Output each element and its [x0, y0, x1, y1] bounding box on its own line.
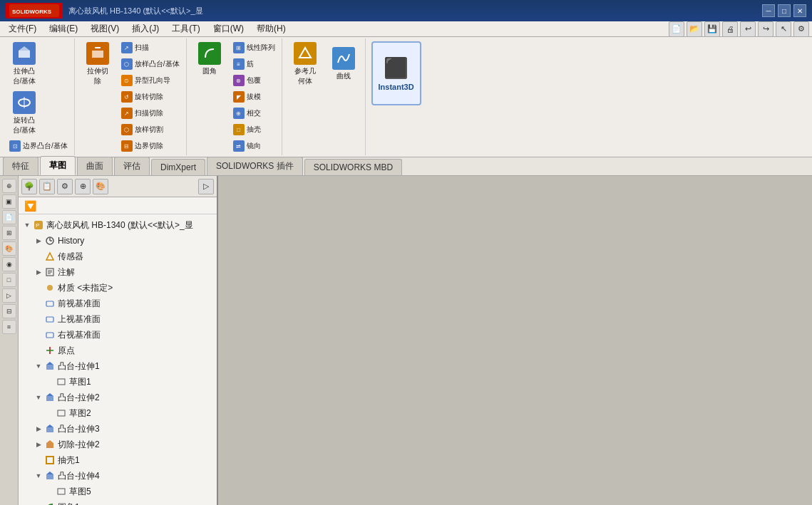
tree-root[interactable]: ▼ P 离心鼓风机 HB-1340 (默认<<默认>_显 — [19, 217, 217, 233]
menu-file[interactable]: 文件(F) — [3, 21, 42, 36]
left-icon-9[interactable]: ⊟ — [2, 304, 16, 318]
tree-item-boss-extrude3[interactable]: ▶ 凸台-拉伸3 — [19, 421, 217, 437]
minimize-button[interactable]: ─ — [762, 4, 775, 17]
filter-icon: 🔽 — [24, 200, 36, 212]
wrap-button[interactable]: ⊗ 包覆 — [230, 73, 279, 88]
draft-button[interactable]: ◤ 拔模 — [230, 89, 279, 105]
panel-btn-featuretree[interactable]: 🌳 — [21, 179, 37, 194]
intersect-button[interactable]: ⊕ 相交 — [230, 105, 279, 121]
cut-loft-button[interactable]: ⬡ 放样切割 — [118, 122, 183, 137]
left-icon-5[interactable]: 🎨 — [2, 241, 16, 256]
close-button[interactable]: ✕ — [793, 4, 806, 17]
boss-extrude2-label: 凸台-拉伸2 — [58, 392, 100, 404]
tree-item-sketch2[interactable]: 草图2 — [19, 405, 217, 421]
tree-item-fillet1[interactable]: 圆角1 — [19, 499, 217, 505]
tree-item-front-plane[interactable]: 前视基准面 — [19, 296, 217, 311]
boss-extrude3-expand-icon[interactable]: ▶ — [33, 423, 44, 434]
tab-sw-mbd[interactable]: SOLIDWORKS MBD — [304, 159, 402, 175]
menu-help[interactable]: 帮助(H) — [251, 21, 292, 36]
tab-sw-plugins[interactable]: SOLIDWORKS 插件 — [207, 157, 303, 175]
root-expand-icon[interactable]: ▼ — [21, 219, 33, 231]
left-icon-1[interactable]: ⊕ — [2, 179, 16, 193]
left-icon-4[interactable]: ⊞ — [2, 226, 16, 240]
tree-item-cut-extrude2[interactable]: ▶ 切除-拉伸2 — [19, 437, 217, 452]
left-icon-6[interactable]: ◉ — [2, 257, 16, 271]
tree-root-label: 离心鼓风机 HB-1340 (默认<<默认>_显 — [46, 219, 193, 231]
quick-options-button[interactable]: ⚙ — [793, 21, 809, 37]
panel-btn-expand[interactable]: ▷ — [198, 179, 214, 194]
tree-item-boss-extrude2[interactable]: ▼ 凸台-拉伸2 — [19, 390, 217, 405]
mirror-button[interactable]: ⇌ 镜向 — [230, 138, 279, 154]
quick-new-button[interactable]: 📄 — [669, 21, 684, 37]
quick-save-button[interactable]: 💾 — [704, 21, 720, 37]
loft-button[interactable]: ⬡ 放样凸台/基体 — [118, 56, 183, 72]
tree-item-boss-extrude1[interactable]: ▼ 凸台-拉伸1 — [19, 358, 217, 374]
revolve-button[interactable]: 旋转凸台/基体 — [6, 89, 43, 137]
tree-item-shell1[interactable]: 抽壳1 — [19, 452, 217, 468]
panel-btn-configmanager[interactable]: ⚙ — [57, 179, 73, 194]
panel-btn-display[interactable]: 🎨 — [93, 179, 108, 194]
panel-btn-dimxpert[interactable]: ⊕ — [75, 179, 91, 194]
quick-select-button[interactable]: ↖ — [776, 21, 791, 37]
tree-item-sensors[interactable]: 传感器 — [19, 249, 217, 264]
rib-button[interactable]: ≡ 筋 — [230, 56, 279, 72]
left-icons: ⊕ ▣ 📄 ⊞ 🎨 ◉ □ ▷ ⊟ ≡ — [0, 176, 19, 505]
top-plane-icon — [44, 313, 56, 325]
solidworks-logo: SOLIDWORKS — [6, 3, 63, 19]
cut-extrude-button[interactable]: 拉伸切除 — [79, 40, 116, 88]
shell-button[interactable]: □ 抽壳 — [230, 122, 279, 137]
quick-redo-button[interactable]: ↪ — [758, 21, 774, 37]
boundary-boss-label: 边界凸台/基体 — [23, 141, 68, 151]
fillet1-expand-icon — [33, 501, 44, 505]
instant3d-button[interactable]: ⬛ Instant3D — [371, 41, 421, 105]
menu-tools[interactable]: 工具(T) — [166, 21, 205, 36]
tab-surface[interactable]: 曲面 — [77, 157, 113, 175]
reference-geometry-button[interactable]: 参考几何体 — [287, 40, 324, 88]
tree-item-history[interactable]: ▶ History — [19, 233, 217, 249]
tree-item-boss-extrude4[interactable]: ▼ 凸台-拉伸4 — [19, 468, 217, 484]
quick-undo-button[interactable]: ↩ — [740, 21, 756, 37]
left-icon-8[interactable]: ▷ — [2, 288, 16, 303]
boundary-boss-button[interactable]: ⊡ 边界凸台/基体 — [6, 138, 71, 154]
tree-item-material[interactable]: 材质 <未指定> — [19, 280, 217, 296]
quick-print-button[interactable]: 🖨 — [722, 21, 738, 37]
fillet-button[interactable]: 圆角 — [191, 40, 228, 78]
tab-sketch[interactable]: 草图 — [40, 156, 76, 175]
left-icon-7[interactable]: □ — [2, 273, 16, 287]
tree-item-origin[interactable]: 原点 — [19, 343, 217, 358]
panel-btn-propertymanager[interactable]: 📋 — [39, 179, 55, 194]
window-title: 离心鼓风机 HB-1340 (默认<<默认>_显 — [68, 6, 762, 16]
cut-boundary-button[interactable]: ⊟ 边界切除 — [118, 138, 183, 154]
quick-open-button[interactable]: 📂 — [687, 21, 702, 37]
menu-edit[interactable]: 编辑(E) — [43, 21, 83, 36]
menu-view[interactable]: 视图(V) — [85, 21, 125, 36]
cut-revolve-button[interactable]: ↺ 旋转切除 — [118, 89, 183, 105]
history-expand-icon[interactable]: ▶ — [33, 235, 44, 246]
sweep-button[interactable]: ↗ 扫描 — [118, 40, 183, 56]
boss-extrude2-expand-icon[interactable]: ▼ — [33, 392, 44, 403]
tree-item-annotations[interactable]: ▶ 注解 — [19, 264, 217, 280]
tab-dimxpert[interactable]: DimXpert — [151, 159, 205, 175]
left-icon-10[interactable]: ≡ — [2, 320, 16, 334]
tree-item-top-plane[interactable]: 上视基准面 — [19, 311, 217, 327]
curves-button[interactable]: 曲线 — [325, 40, 362, 88]
boss-extrude-button[interactable]: 拉伸凸台/基体 — [6, 40, 43, 88]
left-icon-2[interactable]: ▣ — [2, 194, 16, 209]
tree-item-sketch5[interactable]: 草图5 — [19, 484, 217, 499]
boss-extrude4-expand-icon[interactable]: ▼ — [33, 470, 44, 481]
hole-wizard-button[interactable]: ⊙ 异型孔向导 — [118, 73, 183, 88]
maximize-button[interactable]: □ — [778, 4, 791, 17]
history-icon — [44, 235, 56, 246]
menu-insert[interactable]: 插入(J) — [126, 21, 165, 36]
menu-window[interactable]: 窗口(W) — [207, 21, 250, 36]
cut-extrude2-expand-icon[interactable]: ▶ — [33, 439, 44, 450]
cut-sweep-button[interactable]: ↗ 扫描切除 — [118, 105, 183, 121]
tree-item-right-plane[interactable]: 右视基准面 — [19, 327, 217, 343]
tab-features[interactable]: 特征 — [3, 157, 38, 175]
annotations-expand-icon[interactable]: ▶ — [33, 266, 44, 278]
tree-item-sketch1[interactable]: 草图1 — [19, 374, 217, 390]
boss-extrude1-expand-icon[interactable]: ▼ — [33, 360, 44, 372]
tab-evaluate[interactable]: 评估 — [114, 157, 150, 175]
left-icon-3[interactable]: 📄 — [2, 210, 16, 224]
linear-pattern-button[interactable]: ⊞ 线性阵列 — [230, 40, 279, 56]
